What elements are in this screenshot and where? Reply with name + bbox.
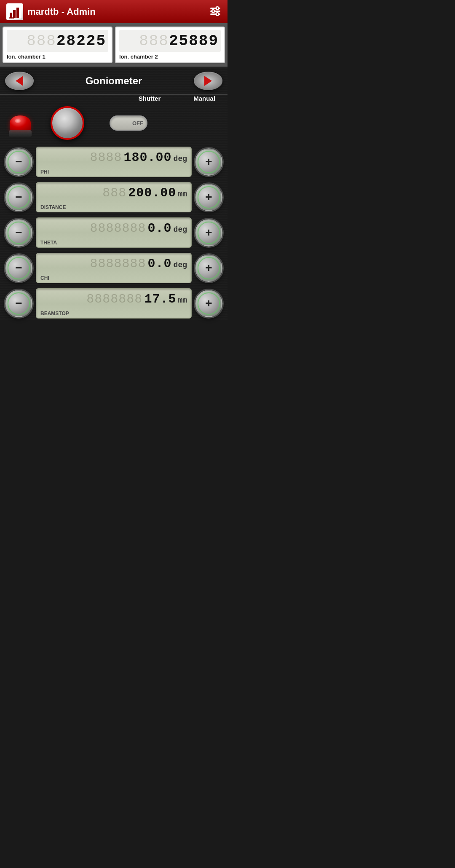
plus-button-phi[interactable]: +	[195, 148, 222, 176]
header-left: mar mardtb - Admin	[6, 3, 96, 20]
plus-button-chi[interactable]: +	[195, 255, 222, 282]
minus-button-phi[interactable]: −	[5, 148, 32, 176]
alarm-light	[6, 110, 34, 137]
manual-toggle[interactable]: OFF	[110, 115, 147, 131]
top-controls: OFF	[0, 104, 228, 144]
lcd-display-beamstop: 8888888 17.5 mm BEAMSTOP	[36, 288, 192, 319]
lcd-number-row-phi: 8888 180.00 deg	[40, 150, 187, 165]
lcd-unit-chi: deg	[174, 261, 187, 269]
svg-point-13	[216, 13, 219, 16]
minus-button-distance[interactable]: −	[5, 184, 32, 211]
lcd-value-theta: 0.0	[148, 221, 172, 236]
lcd-unit-distance: mm	[178, 190, 187, 198]
lcd-unit-beamstop: mm	[178, 296, 187, 305]
lcd-value-beamstop: 17.5	[144, 292, 176, 306]
minus-icon-beamstop: −	[15, 297, 22, 309]
lcd-display-theta: 8888888 0.0 deg THETA	[36, 217, 192, 248]
goniometer-row: Goniometer	[0, 67, 228, 95]
lcd-label-theta: THETA	[40, 240, 187, 246]
lcd-display-phi: 8888 180.00 deg PHI	[36, 147, 192, 177]
main-instrument-area: Goniometer Shutter Manual OFF − 8888	[0, 67, 228, 321]
plus-button-distance[interactable]: +	[195, 184, 222, 211]
app-logo: mar	[6, 3, 23, 20]
ion-ghost-2: 888	[139, 32, 169, 50]
minus-button-beamstop[interactable]: −	[5, 290, 32, 317]
nav-left-button[interactable]	[5, 72, 34, 90]
lcd-number-row-theta: 8888888 0.0 deg	[40, 221, 187, 236]
ion-chamber-2: 888 25889 Ion. chamber 2	[115, 27, 225, 63]
minus-icon-phi: −	[15, 156, 22, 168]
arrow-left-icon	[16, 76, 23, 86]
ion-chamber-1: 888 28225 Ion. chamber 1	[3, 27, 112, 63]
svg-point-7	[216, 7, 219, 10]
plus-icon-chi: +	[205, 262, 212, 274]
ion-value-1: 28225	[56, 32, 106, 50]
lcd-number-row-distance: 888 200.00 mm	[40, 186, 187, 200]
lcd-label-distance: DISTANCE	[40, 204, 187, 210]
lcd-value-chi: 0.0	[148, 257, 172, 271]
lcd-unit-theta: deg	[174, 225, 187, 234]
lcd-unit-phi: deg	[174, 155, 187, 163]
lcd-number-row-beamstop: 8888888 17.5 mm	[40, 292, 187, 306]
lcd-ghost-beamstop: 8888888	[86, 292, 142, 306]
app-title: mardtb - Admin	[27, 6, 96, 17]
shutter-knob[interactable]	[51, 106, 84, 140]
instrument-row-distance: − 888 200.00 mm DISTANCE +	[0, 179, 228, 215]
plus-icon-phi: +	[205, 156, 212, 168]
ion-value-2: 25889	[169, 32, 219, 50]
ion-label-1: Ion. chamber 1	[7, 54, 108, 60]
svg-text:mar: mar	[9, 16, 14, 19]
plus-icon-distance: +	[205, 191, 212, 203]
ion-display-1: 888 28225	[7, 30, 108, 52]
instrument-row-theta: − 8888888 0.0 deg THETA +	[0, 215, 228, 250]
toggle-off-label: OFF	[132, 120, 143, 126]
instrument-row-phi: − 8888 180.00 deg PHI +	[0, 144, 228, 179]
instrument-row-beamstop: − 8888888 17.5 mm BEAMSTOP +	[0, 286, 228, 321]
arrow-right-icon	[204, 76, 212, 86]
shutter-header: Shutter	[120, 95, 179, 102]
minus-icon-theta: −	[15, 227, 22, 238]
alarm-base	[9, 130, 32, 137]
minus-icon-distance: −	[15, 191, 22, 203]
svg-rect-3	[16, 8, 19, 18]
lcd-display-distance: 888 200.00 mm DISTANCE	[36, 182, 192, 212]
ion-chambers-panel: 888 28225 Ion. chamber 1 888 25889 Ion. …	[0, 23, 228, 67]
lcd-ghost-chi: 8888888	[90, 257, 146, 271]
lcd-label-phi: PHI	[40, 169, 187, 175]
instruments-container: − 8888 180.00 deg PHI + − 888 200.00 mm …	[0, 144, 228, 321]
lcd-number-row-chi: 8888888 0.0 deg	[40, 257, 187, 271]
alarm-dome	[10, 115, 31, 130]
lcd-ghost-theta: 8888888	[90, 221, 146, 236]
lcd-value-phi: 180.00	[124, 150, 172, 165]
lcd-label-beamstop: BEAMSTOP	[40, 311, 187, 316]
minus-button-theta[interactable]: −	[5, 219, 32, 246]
minus-icon-chi: −	[15, 262, 22, 274]
lcd-display-chi: 8888888 0.0 deg CHI	[36, 253, 192, 283]
ion-display-2: 888 25889	[119, 30, 221, 52]
ion-label-2: Ion. chamber 2	[119, 54, 221, 60]
manual-header: Manual	[187, 95, 221, 102]
goniometer-title: Goniometer	[86, 75, 142, 87]
ion-ghost-1: 888	[27, 32, 56, 50]
minus-button-chi[interactable]: −	[5, 255, 32, 282]
plus-button-beamstop[interactable]: +	[195, 290, 222, 317]
app-header: mar mardtb - Admin	[0, 0, 228, 23]
lcd-value-distance: 200.00	[128, 186, 176, 200]
plus-icon-theta: +	[205, 227, 212, 238]
plus-icon-beamstop: +	[205, 297, 212, 309]
column-headers: Shutter Manual	[0, 95, 228, 104]
plus-button-theta[interactable]: +	[195, 219, 222, 246]
settings-icon[interactable]	[209, 5, 221, 19]
instrument-row-chi: − 8888888 0.0 deg CHI +	[0, 250, 228, 286]
lcd-ghost-distance: 888	[102, 186, 126, 200]
lcd-label-chi: CHI	[40, 275, 187, 281]
svg-point-10	[212, 10, 215, 13]
lcd-ghost-phi: 8888	[90, 150, 122, 165]
nav-right-button[interactable]	[194, 72, 222, 90]
